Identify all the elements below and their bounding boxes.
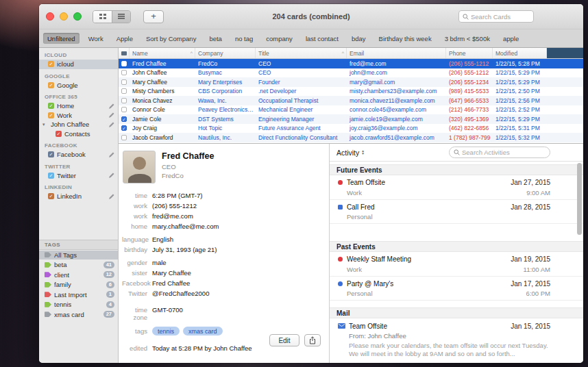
activity-event[interactable]: Call FredJan 28, 2015Personal — [330, 200, 583, 225]
table-row-misty-chambers[interactable]: Misty ChambersCBS Corporation.net Develo… — [119, 87, 583, 97]
filter-company[interactable]: company — [262, 33, 297, 44]
row-checkbox[interactable] — [121, 135, 127, 140]
card-column-header[interactable] — [119, 48, 130, 58]
edit-pencil-icon[interactable] — [109, 194, 114, 199]
row-checkbox[interactable] — [121, 70, 127, 75]
account-checkbox[interactable]: ✓ — [48, 151, 54, 157]
edit-pencil-icon[interactable] — [109, 122, 114, 127]
cell-modified: 1/22/15, 5:31 PM — [493, 125, 547, 131]
column-header-title[interactable]: Title^ — [256, 48, 347, 58]
filter-beta[interactable]: beta — [205, 33, 226, 44]
edit-pencil-icon[interactable] — [109, 152, 114, 157]
account-checkbox[interactable]: ✓ — [56, 131, 62, 137]
filter-apple[interactable]: apple — [499, 33, 523, 44]
tag-label: client — [54, 271, 69, 279]
row-checkbox[interactable]: ✓ — [121, 116, 127, 122]
account-checkbox[interactable]: ✓ — [48, 193, 54, 199]
sidebar-item-google[interactable]: ✓Google — [39, 81, 118, 90]
card-view-button[interactable] — [93, 11, 112, 23]
account-checkbox[interactable]: ✓ — [48, 82, 54, 88]
sidebar-item-twitter[interactable]: ✓Twitter — [39, 171, 118, 181]
share-button[interactable] — [304, 334, 321, 346]
tag-item-beta[interactable]: beta41 — [39, 260, 118, 270]
sidebar-item-icloud[interactable]: ✓icloud — [39, 60, 118, 69]
filter-bday[interactable]: bday — [347, 33, 370, 44]
tag-item-last-import[interactable]: Last Import1 — [39, 290, 118, 300]
edit-pencil-icon[interactable] — [109, 103, 114, 109]
row-checkbox[interactable]: ✓ — [121, 125, 127, 131]
table-header-options-button[interactable] — [547, 48, 583, 58]
event-row-sub: Work9:00 AM — [338, 189, 550, 197]
table-row-fred-chaffee[interactable]: Fred ChaffeeFredCoCEOfred@me.com(206) 55… — [119, 59, 583, 68]
table-row-mary-chaffee[interactable]: Mary ChaffeeMary EnterprisesFoundermary@… — [119, 77, 583, 87]
close-button[interactable] — [46, 12, 54, 21]
field-label: Facebook — [122, 279, 152, 287]
edit-pencil-icon[interactable] — [109, 112, 114, 118]
zoom-button[interactable] — [73, 12, 82, 21]
activity-event[interactable]: Party @ Mary'sJan 17, 2015Personal6:00 P… — [330, 277, 583, 301]
disclosure-triangle-icon[interactable]: ▾ — [42, 122, 48, 127]
activity-mail[interactable]: Team OffsiteJan 15, 2015From: John Chaff… — [330, 318, 583, 362]
sidebar-item-facebook[interactable]: ✓Facebook — [39, 150, 118, 160]
table-row-joy-craig[interactable]: ✓Joy CraigHot TopicFuture Assurance Agen… — [119, 124, 583, 134]
filter-work[interactable]: Work — [84, 33, 108, 44]
edit-pencil-icon[interactable] — [109, 173, 114, 178]
tag-item-tennis[interactable]: tennis4 — [39, 300, 118, 309]
cards-search-input[interactable] — [471, 13, 530, 21]
filter-no-tag[interactable]: no tag — [231, 33, 257, 44]
column-header-company[interactable]: Company — [195, 48, 256, 58]
list-view-button[interactable] — [112, 11, 130, 23]
tag-pill-xmas-card[interactable]: xmas card — [183, 327, 223, 336]
account-checkbox[interactable]: ✓ — [48, 61, 54, 67]
tag-item-client[interactable]: client12 — [39, 270, 118, 280]
sidebar-section-header: FACEBOOK — [39, 138, 118, 150]
minimize-button[interactable] — [60, 12, 68, 21]
row-checkbox[interactable] — [121, 98, 127, 103]
activities-search-input[interactable] — [462, 149, 546, 156]
detail-field-home: homemary.chaffee@me.com — [122, 223, 323, 230]
account-checkbox[interactable]: ✓ — [48, 112, 54, 118]
table-row-jacob-crawford[interactable]: Jacob CrawfordNautilus, Inc.Direct Funct… — [119, 133, 583, 142]
filter-3-bdrm-500k[interactable]: 3 bdrm < $500k — [441, 33, 494, 44]
filter-last-contact[interactable]: last contact — [302, 33, 343, 44]
row-checkbox[interactable] — [121, 88, 127, 94]
edit-button[interactable]: Edit — [269, 334, 299, 346]
cell-name: Mary Chaffee — [130, 79, 195, 86]
sidebar-item-linkedin[interactable]: ✓LinkedIn — [39, 192, 118, 201]
column-header-email[interactable]: Email — [347, 48, 446, 58]
window-titlebar[interactable]: + 204 cards (combined) — [39, 4, 583, 29]
activities-search-field[interactable] — [449, 147, 550, 158]
table-row-john-chaffee[interactable]: John ChaffeeBusymacCEOjohn@me.com(206) 5… — [119, 68, 583, 78]
row-checkbox[interactable] — [121, 107, 127, 112]
filter-unfiltered[interactable]: Unfiltered — [43, 33, 79, 44]
tag-item-all-tags[interactable]: All Tags — [39, 251, 118, 260]
column-header-phone[interactable]: Phone — [446, 48, 493, 58]
table-row-connor-cole[interactable]: Connor ColePeavey Electronics Corpor...M… — [119, 105, 583, 115]
scrollbar-thumb[interactable] — [577, 163, 582, 235]
activity-type-select[interactable]: Activity ▴▾ — [336, 149, 364, 157]
column-header-name[interactable]: Name^ — [130, 48, 195, 58]
cards-search-field[interactable] — [458, 10, 534, 23]
filter-apple[interactable]: Apple — [112, 33, 137, 44]
tag-item-xmas-card[interactable]: xmas card27 — [39, 310, 118, 320]
sidebar-item-contacts[interactable]: ✓Contacts — [39, 129, 118, 139]
row-checkbox[interactable] — [121, 79, 127, 85]
account-checkbox[interactable]: ✓ — [48, 173, 54, 179]
row-checkbox[interactable] — [121, 61, 127, 66]
column-header-modified[interactable]: Modified — [493, 48, 547, 58]
tag-pill-tennis[interactable]: tennis — [152, 327, 180, 336]
activity-event[interactable]: Weekly Staff MeetingJan 19, 2015Work11:0… — [330, 252, 583, 277]
activity-event[interactable]: Team OffsiteJan 27, 2015Work9:00 AM — [330, 175, 583, 200]
filter-sort-by-company[interactable]: Sort by Company — [142, 33, 200, 44]
add-card-button[interactable]: + — [143, 10, 164, 23]
account-checkbox[interactable]: ✓ — [48, 103, 54, 109]
sidebar-item-work[interactable]: ✓Work — [39, 111, 118, 121]
sidebar-item-john-chaffee[interactable]: ▾John Chaffee — [39, 120, 118, 129]
detail-field-sister: sisterMary Chaffee — [122, 269, 323, 277]
filter-birthday-this-week[interactable]: Birthday this week — [375, 33, 436, 44]
tag-item-family[interactable]: family6 — [39, 280, 118, 290]
table-row-monica-chavez[interactable]: Monica ChavezWawa, Inc.Occupational Ther… — [119, 96, 583, 105]
table-row-jamie-cole[interactable]: ✓Jamie ColeDST SystemsEngineering Manage… — [119, 114, 583, 124]
activity-scrollbar[interactable] — [577, 163, 582, 360]
sidebar-item-home[interactable]: ✓Home — [39, 101, 118, 111]
